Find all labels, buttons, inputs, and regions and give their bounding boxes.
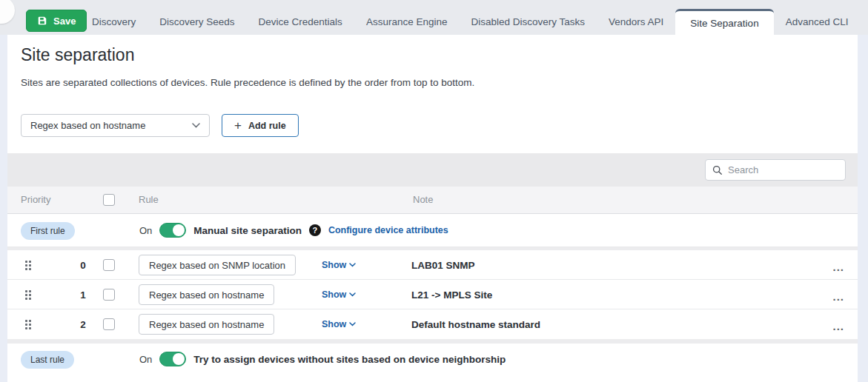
row-checkbox[interactable]: [103, 289, 115, 301]
configure-device-attributes-link[interactable]: Configure device attributes: [328, 225, 448, 235]
tab-site-separation[interactable]: Site Separation: [675, 9, 773, 35]
toggle-knob: [173, 353, 185, 365]
note-value: Default hostname standard: [411, 319, 540, 330]
first-rule-badge: First rule: [21, 222, 75, 240]
note-value: L21 -> MPLS Site: [411, 289, 492, 301]
row-actions-menu-icon[interactable]: ...: [832, 264, 844, 271]
row-checkbox[interactable]: [103, 318, 115, 330]
chevron-down-icon: [192, 123, 200, 128]
device-neighborship-label: Try to assign devices without sites base…: [193, 354, 506, 365]
row-actions-menu-icon[interactable]: ...: [832, 293, 844, 301]
add-rule-label: Add rule: [248, 121, 286, 131]
first-rule-row: First rule On Manual site separation ? C…: [7, 214, 858, 247]
row-actions-menu-icon[interactable]: ...: [832, 323, 844, 330]
select-all-checkbox[interactable]: [103, 194, 115, 206]
floppy-save-icon: [37, 16, 47, 26]
device-neighborship-toggle[interactable]: [159, 352, 186, 366]
rule-type-select[interactable]: Regex based on hostname: [21, 114, 210, 137]
site-separation-card: Site separation Sites are separated coll…: [7, 35, 858, 382]
site-separation-page: Save Discovery Discovery Seeds Device Cr…: [0, 0, 868, 382]
drag-handle-icon[interactable]: [25, 290, 31, 300]
rule-row: 0 Regex based on SNMP location Show LAB0…: [7, 250, 858, 280]
tab-discovery[interactable]: Discovery: [80, 9, 148, 35]
tab-vendors-api[interactable]: Vendors API: [597, 9, 675, 35]
top-tab-bar: Save Discovery Discovery Seeds Device Cr…: [0, 0, 868, 35]
note-value: LAB01 SNMP: [411, 260, 475, 271]
last-rule-badge: Last rule: [21, 351, 74, 369]
column-header-priority: Priority: [21, 194, 50, 205]
page-subtitle: Sites are separated collections of devic…: [21, 77, 474, 88]
chevron-down-icon: [349, 292, 356, 297]
tab-strip: Discovery Discovery Seeds Device Credent…: [80, 9, 868, 35]
show-link[interactable]: Show: [322, 319, 356, 329]
priority-value: 0: [76, 260, 90, 271]
sidebar-collapse-handle[interactable]: [0, 0, 15, 24]
manual-site-separation-label: Manual site separation: [193, 225, 302, 236]
chevron-down-icon: [349, 322, 356, 326]
search-icon: [712, 165, 723, 175]
rule-select[interactable]: Regex based on hostname: [139, 284, 274, 305]
show-label: Show: [322, 289, 346, 300]
save-button-label: Save: [53, 16, 76, 27]
toggle-knob: [173, 224, 185, 236]
priority-value: 2: [76, 319, 90, 330]
tab-disabled-discovery-tasks[interactable]: Disabled Discovery Tasks: [459, 9, 597, 35]
priority-value: 1: [76, 289, 90, 301]
last-rule-row: Last rule On Try to assign devices witho…: [7, 344, 858, 375]
column-header-note: Note: [413, 194, 433, 205]
help-icon[interactable]: ?: [309, 224, 321, 236]
page-title: Site separation: [21, 45, 134, 65]
manual-site-separation-toggle[interactable]: [159, 223, 186, 238]
drag-handle-icon[interactable]: [25, 320, 31, 329]
rule-row: 2 Regex based on hostname Show Default h…: [7, 309, 858, 339]
tab-discovery-seeds[interactable]: Discovery Seeds: [148, 9, 246, 35]
search-box[interactable]: [705, 159, 846, 181]
show-link[interactable]: Show: [322, 289, 356, 300]
rule-select[interactable]: Regex based on SNMP location: [139, 255, 296, 275]
table-header-row: Priority Rule Note: [7, 187, 858, 214]
toggle-state-label: On: [139, 225, 152, 236]
add-rule-button[interactable]: + Add rule: [222, 114, 299, 137]
search-input[interactable]: [728, 164, 838, 175]
tab-advanced-cli[interactable]: Advanced CLI: [774, 9, 861, 35]
drag-handle-icon[interactable]: [25, 261, 31, 270]
show-link[interactable]: Show: [322, 260, 356, 270]
rule-row: 1 Regex based on hostname Show L21 -> MP…: [7, 280, 858, 309]
save-button[interactable]: Save: [26, 10, 87, 32]
row-checkbox[interactable]: [103, 259, 115, 271]
table-toolbar: [7, 153, 858, 187]
tab-device-credentials[interactable]: Device Credentials: [247, 9, 354, 35]
column-header-rule: Rule: [139, 194, 159, 205]
toggle-state-label: On: [139, 354, 152, 365]
rule-type-select-value: Regex based on hostname: [30, 120, 145, 131]
plus-icon: +: [234, 119, 242, 132]
chevron-down-icon: [349, 263, 356, 267]
show-label: Show: [322, 319, 346, 329]
tab-assurance-engine[interactable]: Assurance Engine: [354, 9, 460, 35]
show-label: Show: [322, 260, 346, 270]
rule-select[interactable]: Regex based on hostname: [139, 314, 274, 335]
